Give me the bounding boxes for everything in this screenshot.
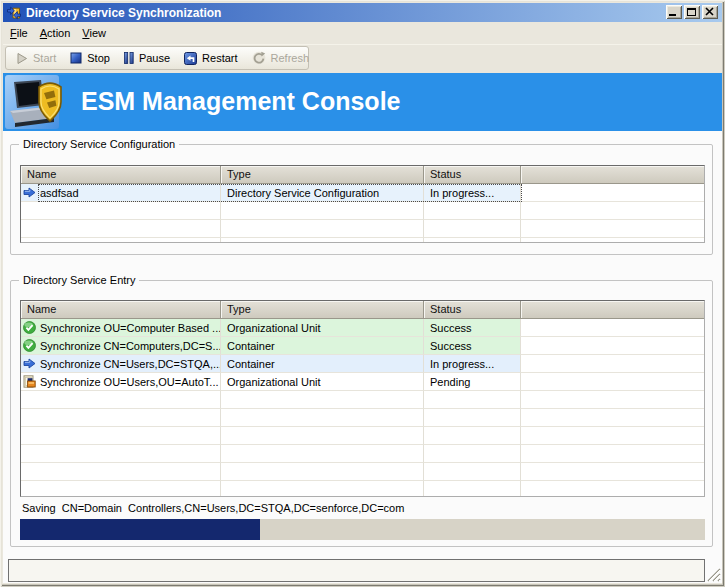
menu-item-view[interactable]: View: [76, 24, 112, 42]
title-bar: Directory Service Synchronization: [3, 3, 722, 22]
cell: [424, 427, 521, 445]
toolbar-button-label: Start: [33, 52, 56, 64]
cell: [221, 238, 424, 243]
status-bar: [8, 559, 705, 582]
cell: [424, 409, 521, 427]
column-header-blank[interactable]: [521, 166, 704, 184]
cell: Synchronize OU=Computer Based ...: [21, 319, 221, 337]
table-row[interactable]: Synchronize CN=Computers,DC=S...Containe…: [21, 337, 704, 355]
cell-name: asdfsad: [40, 187, 79, 199]
cell-status: In progress...: [424, 355, 521, 373]
cell: [521, 373, 704, 391]
arrow-right-icon: [23, 186, 36, 199]
table-row-empty: [21, 445, 704, 463]
minimize-icon: [669, 14, 676, 16]
cell: [21, 481, 221, 497]
menu-item-action[interactable]: Action: [34, 24, 77, 42]
restart-icon: [184, 52, 197, 65]
cell: [521, 337, 704, 355]
cell: [221, 202, 424, 220]
cell: [521, 355, 704, 373]
cell: [521, 391, 704, 409]
cell: [21, 445, 221, 463]
banner-title: ESM Management Console: [81, 86, 401, 116]
cell: [424, 391, 521, 409]
toolbar-button-label: Restart: [202, 52, 237, 64]
start-button[interactable]: Start: [9, 47, 63, 69]
cell: [521, 202, 704, 220]
cell: Synchronize OU=Users,OU=AutoT...: [21, 373, 221, 391]
config-groupbox-label: Directory Service Configuration: [19, 138, 179, 151]
maximize-button[interactable]: [684, 5, 700, 19]
table-row-empty: [21, 463, 704, 481]
cell: [221, 220, 424, 238]
refresh-button[interactable]: Refresh: [245, 47, 317, 69]
progress-status-text: Saving CN=Domain Controllers,CN=Users,DC…: [22, 502, 404, 514]
column-header-blank[interactable]: [521, 301, 704, 319]
cell-status: In progress...: [424, 184, 521, 202]
cell: [21, 202, 221, 220]
table-row-empty: [21, 481, 704, 497]
column-header-name[interactable]: Name: [21, 166, 221, 184]
table-row[interactable]: Synchronize OU=Users,OU=AutoT...Organiza…: [21, 373, 704, 391]
cell: [21, 463, 221, 481]
table-row-empty: [21, 409, 704, 427]
pause-icon: [124, 52, 134, 64]
cell: [521, 184, 704, 202]
cell: [221, 463, 424, 481]
table-row[interactable]: Synchronize CN=Users,DC=STQA,...Containe…: [21, 355, 704, 373]
resize-grip[interactable]: [705, 566, 721, 582]
cell: [221, 445, 424, 463]
cell: [424, 463, 521, 481]
cell: [221, 409, 424, 427]
config-table[interactable]: NameTypeStatusasdfsadDirectory Service C…: [20, 165, 705, 243]
pause-button[interactable]: Pause: [117, 47, 177, 69]
laptop-shield-icon: [5, 75, 59, 129]
table-row-empty: [21, 202, 704, 220]
table-row[interactable]: Synchronize OU=Computer Based ...Organiz…: [21, 319, 704, 337]
refresh-icon: [252, 51, 266, 65]
cell: asdfsad: [21, 184, 221, 202]
menu-item-file[interactable]: File: [4, 24, 34, 42]
cell-name: Synchronize CN=Computers,DC=S...: [40, 340, 221, 352]
column-header-type[interactable]: Type: [221, 301, 424, 319]
cell: [21, 427, 221, 445]
banner: ESM Management Console: [3, 73, 722, 131]
cell: Synchronize CN=Users,DC=STQA,...: [21, 355, 221, 373]
column-header-status[interactable]: Status: [424, 301, 521, 319]
close-button[interactable]: [702, 5, 718, 19]
window-title: Directory Service Synchronization: [26, 6, 221, 20]
table-row-empty: [21, 238, 704, 243]
toolbar-button-label: Pause: [139, 52, 170, 64]
stop-button[interactable]: Stop: [63, 47, 117, 69]
cell: [21, 220, 221, 238]
toolbar: StartStopPauseRestartRefresh: [3, 45, 722, 73]
stop-icon: [70, 52, 82, 64]
cell: [521, 481, 704, 497]
cell: [21, 238, 221, 243]
column-header-type[interactable]: Type: [221, 166, 424, 184]
progress-bar: [20, 519, 705, 540]
cell: [521, 463, 704, 481]
table-row-empty: [21, 391, 704, 409]
table-row[interactable]: asdfsadDirectory Service ConfigurationIn…: [21, 184, 704, 202]
minimize-button[interactable]: [666, 5, 682, 19]
maximize-icon: [687, 8, 696, 16]
cell: [21, 391, 221, 409]
cell: [424, 220, 521, 238]
cell: [424, 481, 521, 497]
table-row-empty: [21, 427, 704, 445]
column-header-status[interactable]: Status: [424, 166, 521, 184]
cell-name: Synchronize OU=Users,OU=AutoT...: [40, 376, 219, 388]
cell-status: Pending: [424, 373, 521, 391]
cell: [221, 427, 424, 445]
restart-button[interactable]: Restart: [177, 47, 244, 69]
app-icon: [6, 5, 22, 21]
toolbar-band: StartStopPauseRestartRefresh: [5, 46, 309, 70]
entry-table[interactable]: NameTypeStatusSynchronize OU=Computer Ba…: [20, 300, 705, 497]
cell-name: Synchronize CN=Users,DC=STQA,...: [40, 358, 221, 370]
close-icon: [703, 6, 717, 18]
column-header-name[interactable]: Name: [21, 301, 221, 319]
cell: [221, 481, 424, 497]
cell: [521, 445, 704, 463]
